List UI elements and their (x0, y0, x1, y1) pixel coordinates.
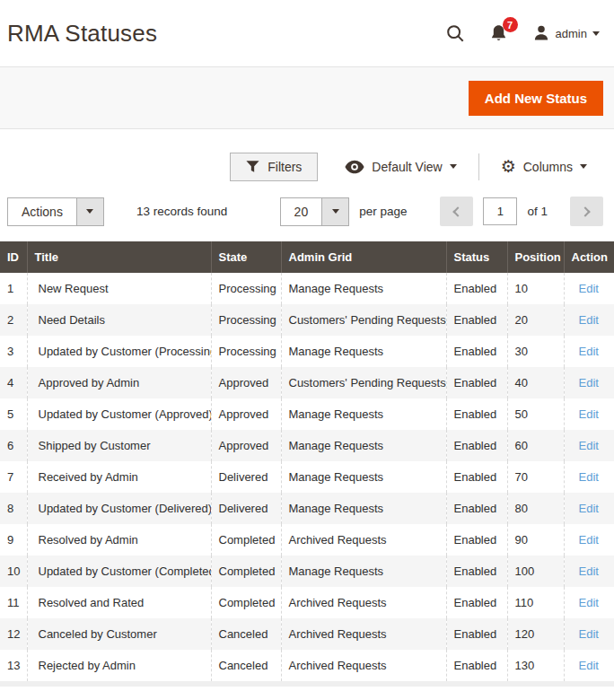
table-row: 4Approved by AdminApprovedCustomers' Pen… (0, 367, 614, 398)
actions-caret-button[interactable] (76, 198, 103, 225)
cell-title: Updated by Customer (Completed) (27, 556, 211, 587)
edit-link[interactable]: Edit (579, 345, 599, 358)
cell-status: Enabled (446, 524, 507, 556)
cell-position: 130 (507, 650, 564, 681)
cell-action: Edit (564, 493, 614, 524)
per-page-select[interactable]: 20 (280, 197, 350, 226)
cell-status: Enabled (446, 398, 507, 430)
cell-position: 40 (507, 367, 564, 398)
cell-id: 7 (0, 461, 27, 493)
table-row: 8Updated by Customer (Delivered)Delivere… (0, 493, 614, 524)
cell-position: 110 (507, 587, 564, 618)
default-view-control[interactable]: Default View (336, 153, 465, 180)
cell-admin_grid: Customers' Pending Requests (281, 367, 446, 398)
cell-state: Canceled (211, 650, 281, 681)
column-header-status[interactable]: Status (446, 241, 507, 273)
edit-link[interactable]: Edit (579, 596, 599, 609)
page-number-input[interactable] (483, 197, 517, 225)
table-bottom-strip (0, 681, 614, 687)
table-row: 11Resolved and RatedCompletedArchived Re… (0, 587, 614, 618)
cell-action: Edit (564, 304, 614, 336)
edit-link[interactable]: Edit (579, 282, 599, 295)
column-header-id[interactable]: ID (0, 241, 27, 273)
edit-link[interactable]: Edit (579, 376, 599, 389)
cell-title: Need Details (27, 304, 211, 336)
column-header-position[interactable]: Position (507, 241, 564, 273)
rma-statuses-page: RMA Statuses 7 admin (0, 0, 614, 700)
edit-link[interactable]: Edit (579, 313, 599, 327)
filters-label: Filters (268, 160, 302, 174)
cell-id: 8 (0, 493, 27, 524)
table-row: 5Updated by Customer (Approved)ApprovedM… (0, 398, 614, 430)
edit-link[interactable]: Edit (579, 659, 599, 672)
cell-admin_grid: Archived Requests (281, 650, 446, 681)
column-header-admin-grid[interactable]: Admin Grid (281, 241, 446, 273)
next-page-button[interactable] (570, 197, 603, 226)
actions-dropdown[interactable]: Actions (7, 197, 104, 226)
admin-account-menu[interactable]: admin (532, 24, 600, 42)
cell-admin_grid: Manage Requests (281, 556, 446, 587)
cell-status: Enabled (446, 430, 507, 461)
notifications-bell-icon[interactable]: 7 (489, 23, 508, 43)
edit-link[interactable]: Edit (579, 470, 599, 484)
edit-link[interactable]: Edit (579, 502, 599, 515)
edit-link[interactable]: Edit (579, 439, 599, 452)
cell-title: Approved by Admin (27, 367, 211, 398)
cell-admin_grid: Manage Requests (281, 461, 446, 493)
edit-link[interactable]: Edit (579, 533, 599, 547)
add-new-status-button[interactable]: Add New Status (469, 81, 603, 116)
cell-title: Updated by Customer (Processing) (27, 336, 211, 367)
cell-position: 70 (507, 461, 564, 493)
per-page-value: 20 (281, 198, 322, 225)
search-icon[interactable] (445, 23, 465, 43)
cell-action: Edit (564, 618, 614, 650)
chevron-down-icon (86, 209, 93, 214)
cell-title: Resolved by Admin (27, 524, 211, 556)
cell-action: Edit (564, 650, 614, 681)
edit-link[interactable]: Edit (579, 564, 599, 578)
filter-funnel-icon (246, 160, 259, 173)
cell-status: Enabled (446, 650, 507, 681)
per-page-label: per page (359, 205, 407, 218)
grid-controls-row: Actions 13 records found 20 per page of … (0, 197, 614, 226)
cell-id: 11 (0, 587, 27, 618)
cell-title: Rejected by Admin (27, 650, 211, 681)
cell-action: Edit (564, 587, 614, 618)
cell-admin_grid: Manage Requests (281, 430, 446, 461)
filters-button[interactable]: Filters (230, 153, 318, 181)
cell-status: Enabled (446, 587, 507, 618)
cell-state: Canceled (211, 618, 281, 650)
cell-status: Enabled (446, 336, 507, 367)
cell-state: Approved (211, 398, 281, 430)
cell-state: Approved (211, 367, 281, 398)
cell-status: Enabled (446, 556, 507, 587)
edit-link[interactable]: Edit (579, 407, 599, 421)
column-header-title[interactable]: Title (27, 241, 211, 273)
column-header-action[interactable]: Action (564, 241, 614, 273)
per-page-caret-button[interactable] (321, 198, 348, 225)
cell-action: Edit (564, 430, 614, 461)
cell-title: Resolved and Rated (27, 587, 211, 618)
cell-position: 30 (507, 336, 564, 367)
cell-id: 10 (0, 556, 27, 587)
cell-position: 120 (507, 618, 564, 650)
chevron-left-icon (453, 206, 463, 216)
eye-icon (345, 160, 364, 174)
previous-page-button[interactable] (440, 197, 473, 226)
cell-state: Completed (211, 524, 281, 556)
columns-control[interactable]: ⚙ Columns (492, 152, 596, 181)
grid-toolbar: Filters Default View ⚙ Columns (0, 152, 614, 181)
cell-status: Enabled (446, 273, 507, 304)
cell-title: Received by Admin (27, 461, 211, 493)
edit-link[interactable]: Edit (579, 627, 599, 641)
table-row: 2Need DetailsProcessingCustomers' Pendin… (0, 304, 614, 336)
cell-status: Enabled (446, 461, 507, 493)
chevron-down-icon (592, 31, 600, 36)
table-row: 13Rejected by AdminCanceledArchived Requ… (0, 650, 614, 681)
chevron-right-icon (580, 206, 590, 216)
cell-id: 1 (0, 273, 27, 304)
actions-label: Actions (8, 198, 76, 225)
notification-count-badge: 7 (503, 17, 518, 32)
column-header-state[interactable]: State (211, 241, 281, 273)
cell-admin_grid: Manage Requests (281, 336, 446, 367)
